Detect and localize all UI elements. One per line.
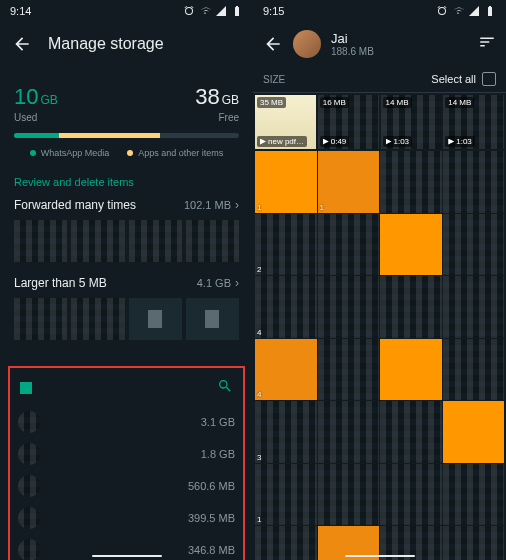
status-time: 9:14 (10, 5, 31, 17)
legend-whatsapp: WhatsApp Media (30, 148, 110, 158)
status-icons (183, 5, 243, 17)
media-cell[interactable]: 4 (255, 339, 317, 401)
phone-right: 9:15 Jai 188.6 MB SIZE Select all 35 MB … (253, 0, 506, 560)
media-thumb[interactable] (71, 298, 124, 340)
battery-icon (231, 5, 243, 17)
media-cell[interactable] (443, 151, 505, 213)
media-cell[interactable] (380, 214, 442, 276)
chat-row[interactable]: 1.8 GB (16, 438, 237, 470)
forwarded-thumbs (14, 220, 239, 262)
media-cell[interactable] (318, 339, 380, 401)
nav-bar (0, 552, 253, 560)
back-icon[interactable] (263, 34, 283, 54)
media-cell[interactable] (380, 151, 442, 213)
free-number: 38 (195, 84, 219, 109)
media-tile[interactable]: 14 MB 1:03 (443, 95, 504, 149)
media-cell[interactable] (380, 464, 442, 526)
alarm-icon (436, 5, 448, 17)
media-cell[interactable] (318, 214, 380, 276)
media-cell[interactable]: 3 (255, 401, 317, 463)
chats-highlight: 3.1 GB 1.8 GB 560.6 MB 399.5 MB 346.8 MB (8, 366, 245, 560)
sort-chip[interactable] (20, 382, 32, 394)
larger-label: Larger than 5 MB (14, 276, 107, 290)
duration: 1:03 (383, 136, 413, 147)
search-button[interactable] (217, 378, 233, 398)
avatar[interactable] (293, 30, 321, 58)
nav-pill[interactable] (92, 555, 162, 557)
duration: 0:49 (320, 136, 350, 147)
size-badge: 35 MB (257, 97, 286, 108)
legend-other: Apps and other items (127, 148, 223, 158)
media-cell[interactable] (443, 214, 505, 276)
chevron-right-icon: › (235, 198, 239, 212)
media-thumb[interactable] (186, 220, 239, 262)
sort-button[interactable] (478, 33, 496, 55)
avatar (18, 475, 40, 497)
forwarded-label: Forwarded many times (14, 198, 136, 212)
larger-row[interactable]: Larger than 5 MB 4.1 GB› (14, 276, 239, 290)
title-block: Jai 188.6 MB (331, 31, 468, 57)
chat-row[interactable]: 560.6 MB (16, 470, 237, 502)
nav-pill[interactable] (345, 555, 415, 557)
storage-free: 38GB Free (195, 84, 239, 123)
used-number: 10 (14, 84, 38, 109)
nav-bar (253, 552, 506, 560)
media-cell[interactable]: 1 (318, 151, 380, 213)
media-thumb[interactable] (186, 298, 239, 340)
media-cell[interactable] (443, 464, 505, 526)
used-label: Used (14, 112, 58, 123)
media-grid-scroll[interactable]: 1 1 2 4 4 3 1 3 (253, 149, 506, 560)
select-all[interactable]: Select all (431, 72, 496, 86)
content: 10GB Used 38GB Free WhatsApp Media Apps … (0, 66, 253, 366)
forwarded-size: 102.1 MB› (184, 198, 239, 212)
size-header: SIZE Select all (253, 66, 506, 93)
status-time: 9:15 (263, 5, 284, 17)
signal-icon (215, 5, 227, 17)
media-tile[interactable]: 14 MB 1:03 (381, 95, 442, 149)
avatar (18, 411, 40, 433)
media-cell[interactable] (380, 339, 442, 401)
used-unit: GB (40, 93, 57, 107)
media-thumb[interactable] (129, 220, 182, 262)
media-cell[interactable] (318, 464, 380, 526)
storage-bar (14, 133, 239, 138)
chat-name: Jai (331, 31, 468, 46)
status-bar: 9:15 (253, 0, 506, 22)
media-cell[interactable]: 1 (255, 151, 317, 213)
chat-total-size: 188.6 MB (331, 46, 468, 57)
media-grid: 1 1 2 4 4 3 1 3 (255, 151, 504, 560)
media-tile[interactable]: 35 MB new pdf… (255, 95, 316, 149)
chat-row[interactable]: 399.5 MB (16, 502, 237, 534)
chat-size: 399.5 MB (188, 512, 235, 524)
media-cell[interactable]: 4 (255, 276, 317, 338)
media-cell[interactable] (380, 401, 442, 463)
media-cell[interactable]: 1 (255, 464, 317, 526)
back-icon[interactable] (12, 34, 32, 54)
select-all-label: Select all (431, 73, 476, 85)
signal-icon (468, 5, 480, 17)
media-tile[interactable]: 16 MB 0:49 (318, 95, 379, 149)
media-thumb[interactable] (14, 298, 67, 340)
media-cell[interactable] (380, 276, 442, 338)
featured-row: 35 MB new pdf… 16 MB 0:49 14 MB 1:03 14 … (253, 93, 506, 149)
chevron-right-icon: › (235, 276, 239, 290)
size-label: SIZE (263, 74, 285, 85)
media-thumb[interactable] (129, 298, 182, 340)
chat-row[interactable]: 3.1 GB (16, 406, 237, 438)
media-cell[interactable] (443, 401, 505, 463)
media-cell[interactable]: 2 (255, 214, 317, 276)
media-thumb[interactable] (71, 220, 124, 262)
media-cell[interactable] (318, 401, 380, 463)
avatar (18, 443, 40, 465)
media-cell[interactable] (443, 276, 505, 338)
sort-icon (478, 33, 496, 51)
page-title: Manage storage (48, 35, 164, 53)
chat-size: 3.1 GB (201, 416, 235, 428)
media-cell[interactable] (318, 276, 380, 338)
checkbox-icon[interactable] (482, 72, 496, 86)
size-badge: 14 MB (383, 97, 412, 108)
battery-icon (484, 5, 496, 17)
forwarded-row[interactable]: Forwarded many times 102.1 MB› (14, 198, 239, 212)
media-thumb[interactable] (14, 220, 67, 262)
media-cell[interactable] (443, 339, 505, 401)
